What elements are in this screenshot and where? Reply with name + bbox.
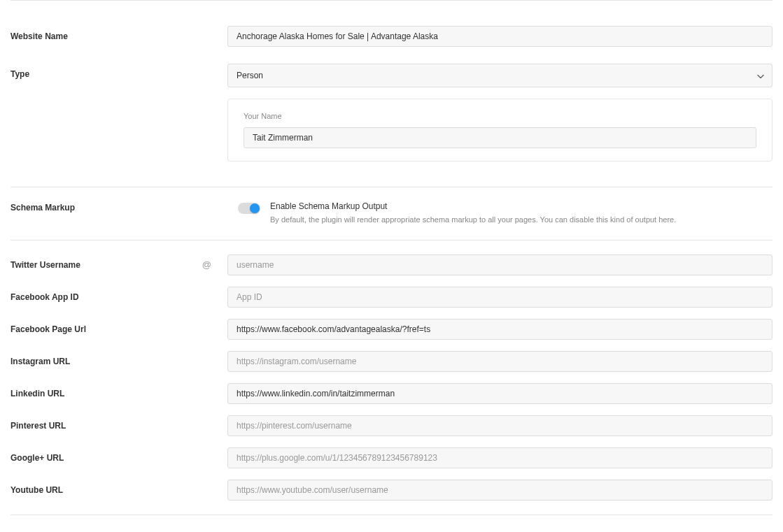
your-name-input[interactable] <box>244 127 756 148</box>
website-name-input[interactable] <box>227 26 773 47</box>
google-plus-url-input[interactable] <box>227 447 773 468</box>
twitter-username-input[interactable] <box>227 254 773 275</box>
youtube-url-input[interactable] <box>227 480 773 501</box>
facebook-page-url-label: Facebook Page Url <box>10 324 227 334</box>
schema-toggle-description: By default, the plugin will render appro… <box>270 214 676 226</box>
pinterest-url-input[interactable] <box>227 415 773 436</box>
at-symbol: @ <box>202 259 211 270</box>
your-name-label: Your Name <box>244 112 756 120</box>
facebook-app-id-input[interactable] <box>227 287 773 308</box>
instagram-url-input[interactable] <box>227 351 773 372</box>
schema-toggle-title: Enable Schema Markup Output <box>270 201 676 211</box>
facebook-page-url-input[interactable] <box>227 319 773 340</box>
type-select[interactable]: Person <box>227 64 773 87</box>
toggle-knob <box>250 203 260 213</box>
linkedin-url-label: Linkedin URL <box>10 389 227 398</box>
pinterest-url-label: Pinterest URL <box>10 421 227 431</box>
twitter-username-label: Twitter Username @ <box>10 259 227 270</box>
facebook-app-id-label: Facebook App ID <box>10 292 227 302</box>
youtube-url-label: Youtube URL <box>10 485 227 495</box>
linkedin-url-input[interactable] <box>227 383 773 404</box>
google-plus-url-label: Google+ URL <box>10 453 227 463</box>
your-name-box: Your Name <box>227 99 773 161</box>
website-name-label: Website Name <box>10 31 227 41</box>
type-label: Type <box>10 64 227 79</box>
schema-markup-label: Schema Markup <box>10 201 238 213</box>
instagram-url-label: Instagram URL <box>10 357 227 366</box>
schema-markup-toggle[interactable] <box>238 203 260 214</box>
